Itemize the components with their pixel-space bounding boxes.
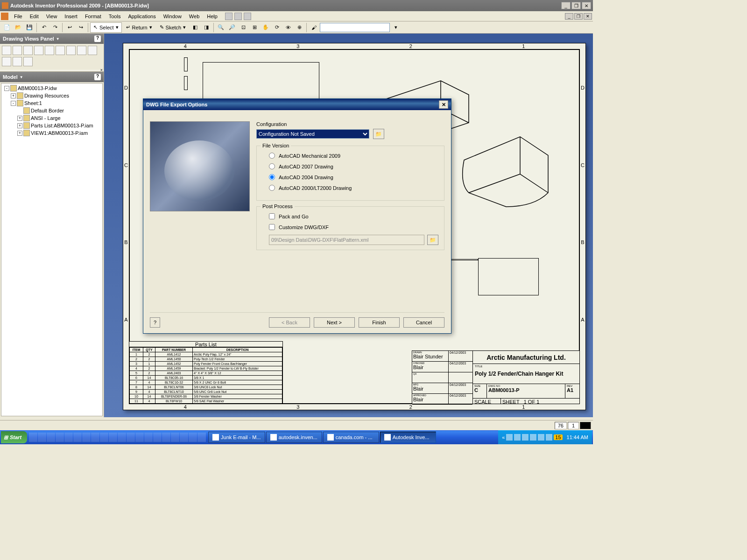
style-dropdown[interactable]	[320, 23, 390, 32]
orbit-icon[interactable]: ⟳	[272, 22, 282, 33]
start-button[interactable]: ⊞ Start	[1, 431, 27, 443]
tray-icon[interactable]	[538, 434, 544, 441]
menu-web[interactable]: Web	[185, 13, 203, 20]
view-tool-icon[interactable]	[13, 46, 22, 55]
tree-item[interactable]: Default Border	[2, 107, 101, 114]
ql-icon[interactable]	[47, 433, 55, 442]
clock[interactable]: 11:44 AM	[567, 434, 588, 440]
mdi-close-button[interactable]: ✕	[584, 13, 592, 20]
zoom-window-icon[interactable]: ⊡	[238, 22, 248, 33]
version-radio[interactable]	[269, 163, 275, 169]
customize-checkbox[interactable]	[269, 224, 275, 230]
pack-and-go-checkbox[interactable]	[269, 213, 275, 219]
ql-icon[interactable]	[100, 433, 108, 442]
undo-icon[interactable]: ↶	[39, 22, 49, 33]
config-browse-button[interactable]: 📁	[373, 129, 384, 139]
config-dropdown[interactable]: Configuration Not Saved	[256, 129, 369, 139]
ql-icon[interactable]	[91, 433, 99, 442]
restore-button[interactable]: ❐	[571, 2, 581, 9]
view-tool-icon[interactable]	[2, 57, 11, 66]
menu-format[interactable]: Format	[81, 13, 105, 20]
redo2-icon[interactable]: ↪	[76, 22, 86, 33]
ql-icon[interactable]	[38, 433, 46, 442]
zoom-out-icon[interactable]: 🔎	[227, 22, 237, 33]
ql-icon[interactable]	[29, 433, 37, 442]
dialog-titlebar[interactable]: DWG File Export Options ✕	[143, 99, 451, 110]
menu-view[interactable]: View	[42, 13, 61, 20]
nav-icon[interactable]: ⊕	[294, 22, 304, 33]
menu-insert[interactable]: Insert	[61, 13, 81, 20]
version-radio[interactable]	[269, 153, 275, 159]
select-tool[interactable]: ↖ Select ▾	[90, 22, 122, 33]
view-tool-icon[interactable]	[2, 46, 11, 55]
tray-badge[interactable]: 15	[554, 434, 562, 440]
ql-icon[interactable]	[135, 433, 144, 442]
minimize-button[interactable]: _	[561, 2, 571, 9]
next-button[interactable]: Next >	[314, 317, 355, 328]
model-tree[interactable]: -ABM00013-P.idw+Drawing Resources-Sheet:…	[1, 83, 103, 416]
ql-icon[interactable]	[144, 433, 153, 442]
sketch-tool[interactable]: ✎ Sketch ▾	[156, 22, 190, 33]
info-icon[interactable]	[234, 13, 242, 20]
dialog-help-button[interactable]: ?	[150, 317, 160, 328]
extra-icon[interactable]	[244, 13, 251, 20]
ql-icon[interactable]	[64, 433, 73, 442]
tree-item[interactable]: -ABM00013-P.idw	[2, 84, 101, 92]
help-icon[interactable]	[225, 13, 233, 20]
view-tool-icon[interactable]	[88, 46, 97, 55]
dialog-close-button[interactable]: ✕	[439, 100, 448, 109]
ql-icon[interactable]	[171, 433, 179, 442]
tree-item[interactable]: +Drawing Resources	[2, 92, 101, 99]
view-tool-icon[interactable]	[34, 46, 43, 55]
return-tool[interactable]: ↵ Return ▾	[123, 22, 155, 33]
tree-item[interactable]: +ANSI - Large	[2, 114, 101, 122]
ql-icon[interactable]	[180, 433, 188, 442]
menu-window[interactable]: Window	[160, 13, 185, 20]
view-tool-icon[interactable]	[56, 46, 65, 55]
menu-tools[interactable]: Tools	[105, 13, 125, 20]
view-tool-icon[interactable]	[66, 46, 76, 55]
taskbar-item-active[interactable]: Autodesk Inve...	[380, 432, 436, 443]
tree-item[interactable]: +Parts List:ABM00013-P.iam	[2, 122, 101, 129]
taskbar-item[interactable]: autodesk.inven...	[266, 432, 322, 443]
view-icon[interactable]: 👁	[283, 22, 293, 33]
brush-icon[interactable]: 🖌	[309, 22, 319, 33]
view-tool-icon[interactable]	[77, 46, 86, 55]
tree-item[interactable]: +VIEW1:ABM00013-P.iam	[2, 129, 101, 137]
custom-path-browse-button[interactable]: 📁	[427, 235, 438, 245]
back-button[interactable]: < Back	[269, 317, 310, 328]
redo-icon[interactable]: ↷	[50, 22, 60, 33]
panel-help-icon[interactable]: ?	[94, 74, 101, 80]
tray-icon[interactable]	[546, 434, 552, 441]
model-panel-header[interactable]: Model ▼ ?	[0, 72, 104, 82]
ql-icon[interactable]	[127, 433, 135, 442]
view-tool-icon[interactable]	[45, 46, 54, 55]
mdi-restore-button[interactable]: ❐	[574, 13, 583, 20]
ql-icon[interactable]	[162, 433, 170, 442]
drawing-views-panel-header[interactable]: Drawing Views Panel ▼ ?	[0, 34, 104, 44]
ql-icon[interactable]	[189, 433, 197, 442]
close-button[interactable]: ✕	[582, 2, 591, 9]
tree-item[interactable]: -Sheet:1	[2, 99, 101, 107]
tray-icon[interactable]	[530, 434, 536, 441]
ql-icon[interactable]	[153, 433, 162, 442]
menu-file[interactable]: File	[10, 13, 26, 20]
ql-icon[interactable]	[82, 433, 91, 442]
ql-icon[interactable]	[109, 433, 117, 442]
ql-icon[interactable]	[56, 433, 64, 442]
view-tool-icon[interactable]	[13, 57, 22, 66]
tray-expand-icon[interactable]: «	[502, 434, 505, 440]
undo2-icon[interactable]: ↩	[64, 22, 75, 33]
panel-splitter[interactable]: ×	[0, 70, 104, 72]
save-icon[interactable]: 💾	[24, 22, 35, 33]
menu-help[interactable]: Help	[203, 13, 221, 20]
ql-icon[interactable]	[197, 433, 206, 442]
menu-applications[interactable]: Applications	[124, 13, 159, 20]
new-icon[interactable]: 📄	[2, 22, 12, 33]
ql-icon[interactable]	[118, 433, 126, 442]
mdi-minimize-button[interactable]: _	[565, 13, 573, 20]
cancel-button[interactable]: Cancel	[403, 317, 444, 328]
taskbar-item[interactable]: Junk E-mail - M...	[208, 432, 265, 443]
tool-icon-2[interactable]: ◨	[201, 22, 211, 33]
tray-icon[interactable]	[514, 434, 521, 441]
